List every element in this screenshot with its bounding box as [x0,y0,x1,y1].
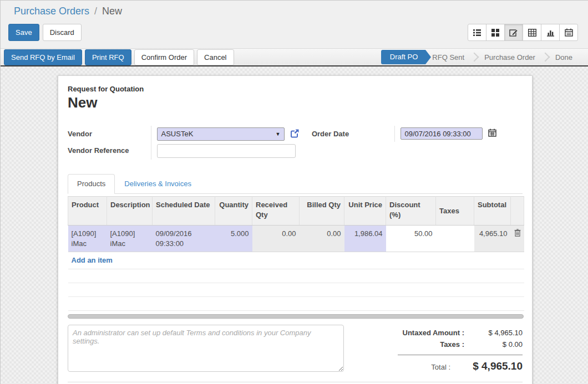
status-pipeline: Draft PO RFQ Sent Purchase Order Done [381,50,579,64]
kanban-icon [491,29,499,37]
discard-button[interactable]: Discard [43,24,82,41]
cancel-button[interactable]: Cancel [197,49,234,65]
dropdown-caret-icon: ▼ [276,128,281,140]
empty-row [68,296,524,310]
cell-description[interactable]: [A1090] iMac [107,226,153,252]
toolbar: Save Discard [8,24,580,41]
top-bar: Purchase Orders / New Save Discard [1,1,588,48]
vendor-select[interactable]: ASUSTeK ▼ [157,127,285,141]
print-rfq-button[interactable]: Print RFQ [85,49,131,65]
pivot-view-button[interactable] [523,24,541,41]
cell-subtotal: 4,965.10 [474,226,511,252]
field-group-left: Vendor ASUSTeK ▼ [68,126,300,160]
view-switcher [468,24,578,41]
breadcrumb-purchase-orders[interactable]: Purchase Orders [14,6,89,17]
field-section: Vendor ASUSTeK ▼ [68,126,523,160]
empty-row [68,269,524,283]
cell-product[interactable]: [A1090] iMac [68,226,107,252]
pivot-table-icon [528,29,536,37]
empty-row [68,283,524,296]
document-type-label: Request for Quotation [68,85,523,93]
open-vendor-record-button[interactable] [290,129,300,140]
cell-discount[interactable]: 50.00 [386,226,436,252]
taxes-total-value: $ 0.00 [464,340,523,349]
footer-section: Untaxed Amount : $ 4,965.10 Taxes : $ 0.… [68,325,523,374]
order-date-picker-button[interactable] [488,129,496,139]
vendor-select-value: ASUSTeK [161,130,194,138]
cell-taxes[interactable] [436,226,474,252]
kanban-view-button[interactable] [486,24,505,41]
cell-unit-price[interactable]: 1,986.04 [344,226,386,252]
field-group-right: Order Date [312,126,496,142]
form-edit-icon [509,28,518,37]
breadcrumb: Purchase Orders / New [8,6,580,17]
tab-products[interactable]: Products [68,174,115,194]
col-header-description: Description [107,197,153,226]
calendar-icon [565,28,573,37]
status-step-rfq-sent[interactable]: RFQ Sent [425,53,471,62]
totals-divider [398,355,523,355]
total-value: $ 4,965.10 [450,360,523,372]
cell-quantity[interactable]: 5.000 [215,226,252,252]
col-header-scheduled-date: Scheduled Date [153,197,215,226]
total-label: Total : [431,363,450,371]
order-date-input[interactable] [401,127,483,140]
form-background: Request for Quotation New Vendor ASUSTeK… [1,66,588,384]
list-icon [473,29,481,37]
totals-block: Untaxed Amount : $ 4,965.10 Taxes : $ 0.… [364,325,523,374]
confirm-order-button[interactable]: Confirm Order [134,49,194,65]
col-header-actions [511,197,524,226]
sheet-bottom-divider [68,382,523,382]
terms-and-conditions-textarea[interactable] [68,325,344,372]
col-header-unit-price: Unit Price [344,197,386,226]
vendor-reference-input[interactable] [157,144,296,158]
notebook-tabs: Products Deliveries & Invoices [68,174,523,194]
col-header-billed-qty: Billed Qty [300,197,344,226]
col-header-quantity: Quantity [215,197,252,226]
col-header-received-qty: Received Qty [252,197,300,226]
col-header-taxes: Taxes [436,197,474,226]
col-header-product: Product [68,197,107,226]
external-link-icon [290,129,300,138]
status-step-done[interactable]: Done [549,53,579,62]
vendor-label: Vendor [68,126,151,142]
col-header-subtotal: Subtotal [474,197,511,226]
table-header-row: Product Description Scheduled Date Quant… [68,197,524,226]
untaxed-amount-label: Untaxed Amount : [403,329,464,337]
calendar-icon [488,129,496,137]
cell-billed-qty: 0.00 [300,226,344,252]
form-view-button[interactable] [504,24,523,41]
status-step-purchase-order[interactable]: Purchase Order [478,53,542,62]
delete-line-button[interactable] [511,226,524,252]
order-lines-table: Product Description Scheduled Date Quant… [68,196,524,311]
cell-scheduled-date[interactable]: 09/09/2016 09:33:00 [153,226,215,252]
untaxed-amount-value: $ 4,965.10 [464,329,523,337]
tab-deliveries-invoices[interactable]: Deliveries & Invoices [115,174,201,193]
graph-view-button[interactable] [541,24,560,41]
vendor-reference-label: Vendor Reference [68,142,151,160]
status-step-draft-po[interactable]: Draft PO [381,50,426,64]
trash-icon [514,229,521,237]
breadcrumb-separator: / [92,6,99,17]
add-an-item-link[interactable]: Add an item [72,256,113,264]
cell-received-qty: 0.00 [252,226,300,252]
taxes-total-label: Taxes : [440,340,464,349]
save-button[interactable]: Save [8,24,39,41]
add-item-row: Add an item [68,252,524,269]
order-date-label: Order Date [312,126,395,142]
form-sheet: Request for Quotation New Vendor ASUSTeK… [58,75,533,384]
calendar-view-button[interactable] [559,24,578,41]
purchase-order-form-view: Purchase Orders / New Save Discard [0,0,588,384]
status-bar: Send RFQ by Email Print RFQ Confirm Orde… [1,48,588,66]
breadcrumb-current: New [102,6,122,17]
send-rfq-by-email-button[interactable]: Send RFQ by Email [4,49,82,65]
list-view-button[interactable] [468,24,486,41]
order-line-row: [A1090] iMac [A1090] iMac 09/09/2016 09:… [68,226,524,252]
page-title: New [68,94,523,111]
col-header-discount: Discount (%) [386,197,436,226]
bar-chart-icon [546,29,555,37]
table-horizontal-scrollbar[interactable] [68,314,524,319]
